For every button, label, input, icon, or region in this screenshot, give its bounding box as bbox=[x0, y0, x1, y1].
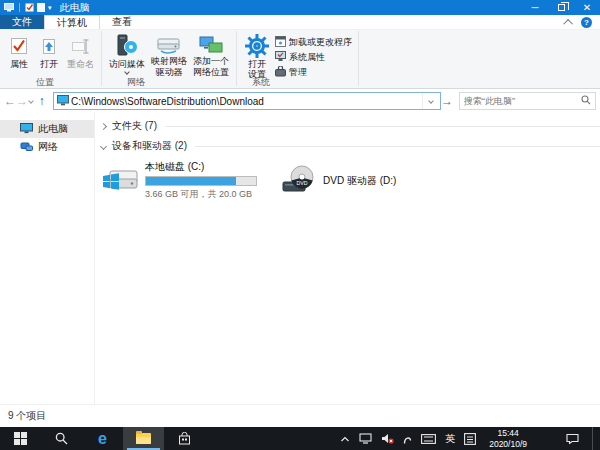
windows-logo-icon bbox=[14, 432, 27, 445]
open-settings-button[interactable]: 打开 设置 bbox=[241, 32, 273, 78]
taskbar-file-explorer-button[interactable] bbox=[123, 427, 164, 450]
ribbon: 属性 打开 重命名 bbox=[0, 30, 600, 89]
sidebar-item-label: 网络 bbox=[38, 140, 58, 154]
taskbar-store-button[interactable] bbox=[164, 427, 205, 450]
map-network-drive-button[interactable]: 映射网络 驱动器 bbox=[148, 32, 190, 78]
recent-locations-caret[interactable] bbox=[28, 99, 35, 103]
taskbar-edge-button[interactable]: e bbox=[82, 427, 123, 450]
ribbon-group-location: 属性 打开 重命名 bbox=[0, 30, 101, 76]
back-button[interactable]: ← bbox=[4, 94, 16, 108]
clock-date: 2020/10/9 bbox=[489, 439, 527, 449]
taskbar-clock[interactable]: 15:44 2020/10/9 bbox=[485, 428, 531, 449]
tab-file[interactable]: 文件 bbox=[0, 15, 44, 29]
qat-new-folder-icon[interactable] bbox=[37, 3, 45, 12]
ribbon-group-system: 打开 设置 卸载或更改程序 系统属性 bbox=[237, 30, 358, 76]
group-divider bbox=[195, 146, 600, 147]
volume-muted-icon[interactable] bbox=[381, 433, 394, 444]
close-button[interactable]: ✕ bbox=[574, 0, 600, 15]
this-pc-icon bbox=[20, 123, 33, 136]
qat-customize-caret[interactable]: ▾ bbox=[48, 4, 52, 11]
window-controls: ─ ✕ bbox=[522, 0, 600, 15]
rename-label: 重命名 bbox=[67, 59, 94, 69]
system-properties-button[interactable]: 系统属性 bbox=[273, 50, 354, 64]
taskbar-search-button[interactable] bbox=[41, 427, 82, 450]
search-input[interactable] bbox=[464, 96, 581, 106]
address-dropdown-caret[interactable] bbox=[422, 93, 438, 109]
properties-button[interactable]: 属性 bbox=[4, 32, 34, 78]
group-label-network: 网络 bbox=[90, 76, 182, 89]
file-list: 文件夹 (7) 设备和驱动器 (2) bbox=[95, 112, 600, 404]
show-desktop-button[interactable] bbox=[592, 427, 596, 450]
drive-item-dvd-d[interactable]: DVD DVD 驱动器 (D:) bbox=[281, 160, 396, 201]
open-button[interactable]: 打开 bbox=[34, 32, 64, 78]
rename-icon bbox=[71, 33, 91, 59]
titlebar: ▾ 此电脑 ─ ✕ bbox=[0, 0, 600, 15]
collapse-ribbon-icon[interactable] bbox=[563, 18, 573, 28]
access-media-caret bbox=[124, 70, 130, 76]
system-properties-label: 系统属性 bbox=[289, 51, 325, 64]
disk-usage-fill bbox=[146, 177, 236, 185]
group-header-label: 文件夹 (7) bbox=[112, 119, 157, 133]
drive-capacity-text: 3.66 GB 可用，共 20.0 GB bbox=[145, 188, 257, 201]
drive-item-local-disk-c[interactable]: 本地磁盘 (C:) 3.66 GB 可用，共 20.0 GB bbox=[101, 160, 257, 201]
map-network-drive-label-1: 映射网络 bbox=[151, 56, 187, 66]
ribbon-group-labels: 位置 网络 系统 bbox=[0, 76, 600, 88]
minimize-button[interactable]: ─ bbox=[522, 0, 548, 15]
tab-computer[interactable]: 计算机 bbox=[44, 15, 100, 29]
group-label-location: 位置 bbox=[4, 76, 86, 89]
main-area: 此电脑 网络 文件夹 (7) 设备和驱动器 (2) bbox=[0, 112, 600, 404]
ribbon-group-network: 访问媒体 映射网络 驱动器 添加一个 网络位置 bbox=[102, 30, 236, 76]
navigation-pane: 此电脑 网络 bbox=[0, 112, 95, 404]
store-icon bbox=[178, 432, 191, 445]
up-button[interactable]: ↑ bbox=[37, 94, 47, 108]
properties-label: 属性 bbox=[10, 59, 28, 69]
ime-language-indicator[interactable]: 英 bbox=[445, 432, 455, 446]
address-input[interactable] bbox=[69, 96, 422, 107]
local-disk-icon bbox=[101, 164, 139, 198]
hidden-icons-chevron[interactable] bbox=[340, 435, 350, 443]
add-network-location-button[interactable]: 添加一个 网络位置 bbox=[190, 32, 232, 78]
pen-hook-icon[interactable] bbox=[403, 433, 412, 445]
settings-gear-icon bbox=[244, 33, 270, 59]
desktop-screen: ▾ 此电脑 ─ ✕ 文件 计算机 查看 ? 属性 bbox=[0, 0, 600, 450]
start-button[interactable] bbox=[0, 427, 41, 450]
access-media-icon bbox=[115, 33, 139, 59]
sidebar-item-network[interactable]: 网络 bbox=[0, 138, 94, 156]
add-network-location-icon bbox=[198, 33, 224, 56]
open-settings-label-1: 打开 bbox=[248, 59, 266, 69]
qat-properties-icon[interactable] bbox=[25, 3, 34, 12]
open-label: 打开 bbox=[40, 59, 58, 69]
action-center-icon[interactable] bbox=[566, 433, 579, 444]
help-icon[interactable]: ? bbox=[581, 17, 592, 28]
file-explorer-icon bbox=[136, 433, 151, 444]
ribbon-tab-row: 文件 计算机 查看 ? bbox=[0, 15, 600, 30]
taskbar: e 英 bbox=[0, 427, 600, 450]
restore-button[interactable] bbox=[548, 0, 574, 15]
tab-view[interactable]: 查看 bbox=[100, 15, 144, 29]
group-divider bbox=[165, 126, 600, 127]
touch-keyboard-icon[interactable] bbox=[421, 434, 436, 444]
item-count: 9 个项目 bbox=[8, 409, 46, 423]
qat-divider bbox=[19, 3, 20, 12]
search-icon bbox=[55, 432, 68, 445]
rename-button: 重命名 bbox=[64, 32, 97, 78]
properties-icon bbox=[10, 33, 28, 59]
forward-button[interactable]: → bbox=[16, 94, 28, 108]
ime-mode-icon[interactable] bbox=[464, 433, 476, 445]
quick-access-toolbar: ▾ bbox=[0, 3, 52, 12]
search-box[interactable] bbox=[459, 92, 596, 110]
sidebar-item-this-pc[interactable]: 此电脑 bbox=[0, 120, 94, 138]
network-display-icon[interactable] bbox=[359, 433, 372, 444]
system-properties-icon bbox=[275, 51, 286, 64]
drive-name: DVD 驱动器 (D:) bbox=[323, 174, 396, 188]
group-header-devices[interactable]: 设备和驱动器 (2) bbox=[99, 136, 600, 156]
go-to-button[interactable]: → bbox=[441, 94, 453, 108]
uninstall-button[interactable]: 卸载或更改程序 bbox=[273, 35, 354, 49]
map-network-drive-icon bbox=[156, 33, 182, 56]
network-icon bbox=[20, 141, 33, 154]
add-network-location-label-1: 添加一个 bbox=[193, 56, 229, 66]
group-label-system: 系统 bbox=[186, 76, 336, 89]
address-bar[interactable] bbox=[53, 92, 441, 110]
group-header-folders[interactable]: 文件夹 (7) bbox=[99, 116, 600, 136]
access-media-button[interactable]: 访问媒体 bbox=[106, 32, 148, 78]
